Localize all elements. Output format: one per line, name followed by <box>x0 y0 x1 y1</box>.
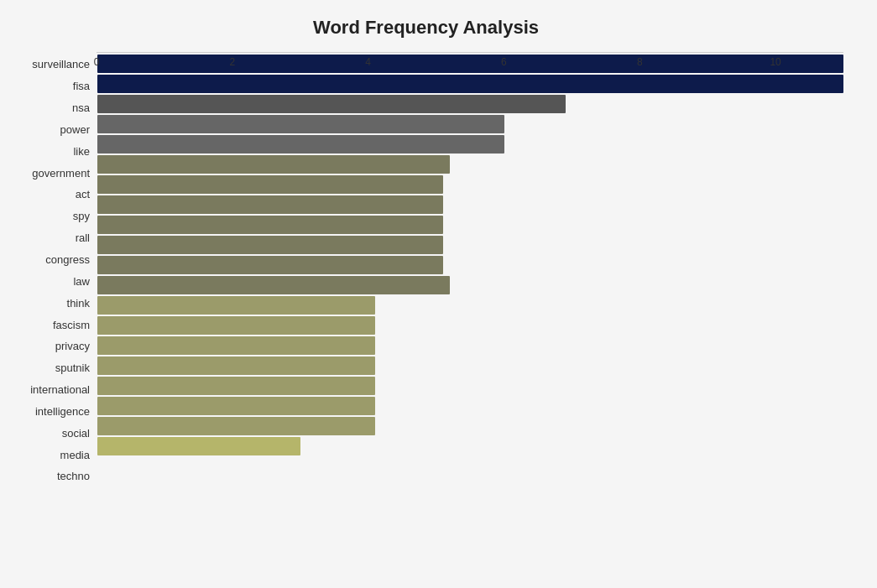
y-label-power: power <box>60 119 90 141</box>
bar-act <box>97 175 443 194</box>
bar-row-power <box>97 114 843 134</box>
bar-row-government <box>97 154 843 174</box>
y-label-like: like <box>73 140 90 162</box>
bar-row-think <box>97 275 843 295</box>
y-label-nsa: nsa <box>72 97 90 119</box>
bar-row-intelligence <box>97 376 843 396</box>
bar-social <box>97 397 375 415</box>
bar-think <box>97 276 450 294</box>
y-label-intelligence: intelligence <box>35 401 90 423</box>
bar-row-congress <box>97 235 843 255</box>
bar-row-act <box>97 174 843 195</box>
bar-intelligence <box>97 377 375 395</box>
bar-privacy <box>97 316 375 335</box>
bar-rall <box>97 216 443 234</box>
bar-row-sputnik <box>97 336 843 356</box>
y-label-social: social <box>62 422 90 444</box>
bar-row-fisa <box>97 74 843 94</box>
bar-row-spy <box>97 195 843 215</box>
y-label-law: law <box>73 270 90 292</box>
bar-international <box>97 356 375 375</box>
y-label-fisa: fisa <box>73 75 90 97</box>
y-label-spy: spy <box>73 206 90 227</box>
bar-row-fascism <box>97 295 843 315</box>
x-tick-0: 0 <box>94 56 100 68</box>
bar-row-privacy <box>97 315 843 336</box>
chart-title: Word Frequency Analysis <box>8 17 843 39</box>
y-label-rall: rall <box>76 227 90 249</box>
y-label-techno: techno <box>57 466 90 487</box>
bar-row-media <box>97 416 843 436</box>
chart-container: Word Frequency Analysis surveillancefisa… <box>0 0 877 588</box>
x-tick-4: 4 <box>365 56 371 68</box>
y-axis: surveillancefisansapowerlikegovernmentac… <box>8 52 97 489</box>
y-label-privacy: privacy <box>55 336 90 357</box>
x-tick-2: 2 <box>229 56 235 68</box>
bar-fascism <box>97 296 375 315</box>
x-tick-10: 10 <box>770 56 780 68</box>
bar-row-international <box>97 356 843 376</box>
bar-media <box>97 417 375 435</box>
bar-law <box>97 256 443 274</box>
y-label-fascism: fascism <box>53 314 90 336</box>
y-label-surveillance: surveillance <box>32 54 90 75</box>
y-label-sputnik: sputnik <box>55 357 90 379</box>
y-label-government: government <box>32 162 90 184</box>
y-label-think: think <box>67 292 90 314</box>
bar-congress <box>97 236 443 254</box>
bar-like <box>97 135 504 154</box>
bar-power <box>97 115 504 133</box>
bar-row-law <box>97 255 843 275</box>
y-label-media: media <box>60 444 90 466</box>
bar-row-like <box>97 134 843 154</box>
bar-techno <box>97 437 300 455</box>
bar-row-techno <box>97 436 843 456</box>
bar-nsa <box>97 95 566 113</box>
bar-spy <box>97 195 443 214</box>
bar-government <box>97 155 450 174</box>
bar-sputnik <box>97 336 375 355</box>
x-tick-8: 8 <box>637 56 643 68</box>
bar-row-social <box>97 396 843 416</box>
y-label-act: act <box>76 184 90 206</box>
plot-area <box>97 52 843 53</box>
y-label-congress: congress <box>45 249 90 271</box>
bar-row-nsa <box>97 94 843 114</box>
x-tick-6: 6 <box>501 56 507 68</box>
bar-row-rall <box>97 215 843 235</box>
y-label-international: international <box>30 379 90 401</box>
bar-fisa <box>97 75 843 93</box>
